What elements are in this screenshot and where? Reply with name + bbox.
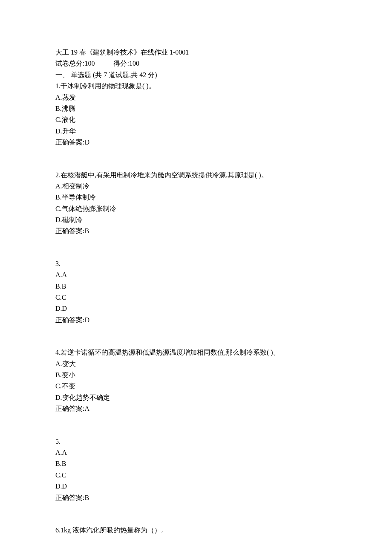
question-option: D.变化趋势不确定	[55, 392, 337, 403]
question-answer: 正确答案:D	[55, 315, 337, 326]
question-option: D.D	[55, 481, 337, 492]
question-block: 6.1kg 液体汽化所吸的热量称为（）。	[55, 525, 337, 536]
question-answer: 正确答案:A	[55, 403, 337, 414]
total-score-label: 试卷总分:100	[55, 60, 95, 67]
question-option: A.A	[55, 269, 337, 280]
question-stem: 1.干冰制冷利用的物理现象是( )。	[55, 81, 337, 92]
question-option: C.液化	[55, 114, 337, 125]
question-stem: 5.	[55, 436, 337, 447]
question-option: A.相变制冷	[55, 181, 337, 192]
question-option: A.变大	[55, 358, 337, 370]
question-option: C.不变	[55, 381, 337, 392]
question-option: A.蒸发	[55, 92, 337, 103]
question-option: B.变小	[55, 370, 337, 381]
question-block: 2.在核潜艇中,有采用电制冷堆来为舱内空调系统提供冷源,其原理是( )。 A.相…	[55, 170, 337, 237]
question-option: B.B	[55, 458, 337, 469]
question-option: D.升华	[55, 126, 337, 137]
document-title: 大工 19 春《建筑制冷技术》在线作业 1-0001	[55, 47, 337, 58]
question-block: 4.若逆卡诺循环的高温热源和低温热源温度增加相同数值,那么制冷系数( )。 A.…	[55, 347, 337, 414]
question-option: C.气体绝热膨胀制冷	[55, 203, 337, 214]
question-answer: 正确答案:D	[55, 137, 337, 148]
section-heading: 一、 单选题 (共 7 道试题,共 42 分)	[55, 69, 337, 81]
question-answer: 正确答案:B	[55, 492, 337, 503]
question-block: 1.干冰制冷利用的物理现象是( )。 A.蒸发 B.沸腾 C.液化 D.升华 正…	[55, 81, 337, 148]
question-block: 5. A.A B.B C.C D.D 正确答案:B	[55, 436, 337, 503]
question-block: 3. A.A B.B C.C D.D 正确答案:D	[55, 258, 337, 326]
question-option: B.沸腾	[55, 103, 337, 114]
question-stem: 2.在核潜艇中,有采用电制冷堆来为舱内空调系统提供冷源,其原理是( )。	[55, 170, 337, 181]
question-stem: 6.1kg 液体汽化所吸的热量称为（）。	[55, 525, 337, 536]
question-answer: 正确答案:B	[55, 225, 337, 237]
question-option: B.B	[55, 281, 337, 292]
question-option: C.C	[55, 470, 337, 481]
question-option: D.D	[55, 303, 337, 314]
question-stem: 3.	[55, 258, 337, 269]
question-stem: 4.若逆卡诺循环的高温热源和低温热源温度增加相同数值,那么制冷系数( )。	[55, 347, 337, 358]
question-option: D.磁制冷	[55, 214, 337, 225]
question-option: A.A	[55, 447, 337, 458]
score-line: 试卷总分:100 得分:100	[55, 58, 337, 69]
question-option: C.C	[55, 292, 337, 303]
question-option: B.半导体制冷	[55, 192, 337, 203]
obtained-score-label: 得分:100	[113, 60, 139, 67]
